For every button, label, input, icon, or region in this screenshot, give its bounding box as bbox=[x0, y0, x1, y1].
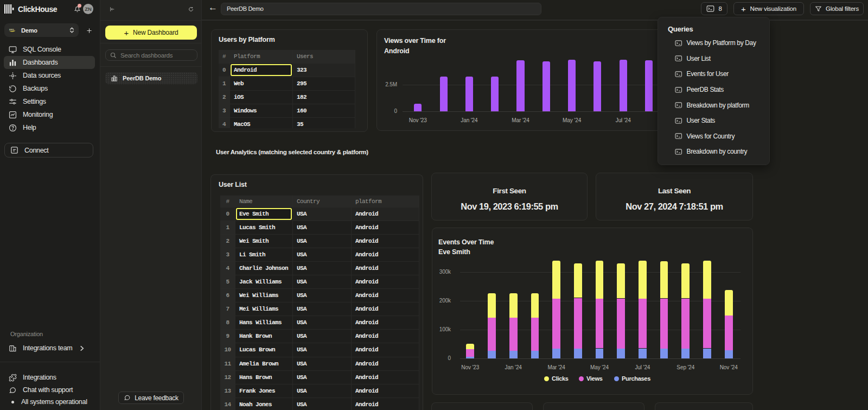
svg-text:aws: aws bbox=[9, 28, 14, 31]
